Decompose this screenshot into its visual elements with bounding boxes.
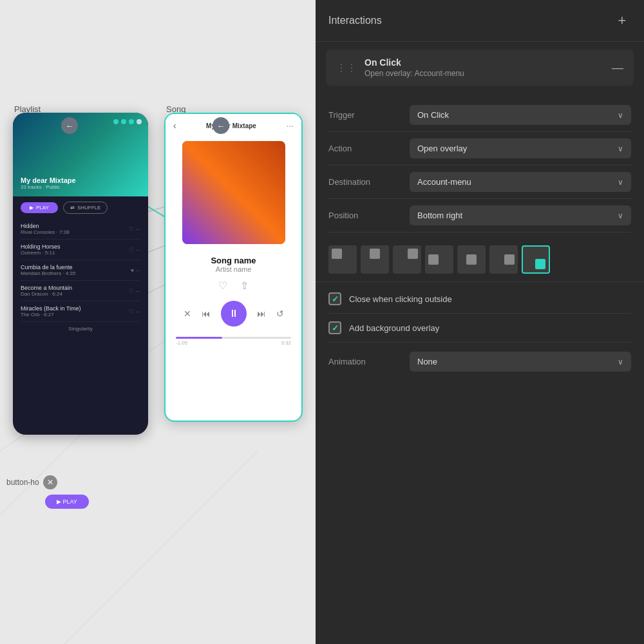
player-controls: ✕ ⏮ ⏸ ⏭ ↺ (166, 296, 301, 332)
position-row: Position Bottom right ∨ (328, 199, 631, 232)
position-value: Bottom right (417, 211, 462, 220)
position-grid-section (316, 238, 644, 282)
interactions-panel: Interactions + ⋮⋮ On Click Open overlay:… (316, 0, 644, 644)
panel-header: Interactions + (316, 0, 644, 42)
song-name: Song name (166, 256, 301, 265)
song-player-mockup: ‹ My dear Mixtape ··· Song name Artist n… (164, 113, 303, 422)
trigger-label: Trigger (328, 110, 399, 120)
interaction-card: ⋮⋮ On Click Open overlay: Account-menu — (326, 50, 634, 86)
close-outside-checkbox[interactable] (328, 292, 341, 305)
position-chevron-icon: ∨ (618, 211, 623, 220)
playlist-subtitle: 33 tracks · Public (21, 184, 76, 190)
share-icon[interactable]: ⇧ (240, 279, 249, 292)
song-back-arrow[interactable]: ← (213, 117, 229, 134)
drag-handle-icon: ⋮⋮ (336, 62, 357, 74)
action-dropdown[interactable]: Open overlay ∨ (410, 138, 631, 158)
destination-chevron-icon: ∨ (618, 178, 623, 187)
playlist-play-btn[interactable]: ▶ PLAY (21, 202, 58, 213)
add-bg-overlay-label: Add background overlay (349, 323, 439, 333)
playlist-mockup: My dear Mixtape 33 tracks · Public ▶ PLA… (13, 113, 148, 435)
interaction-trigger: On Click (365, 57, 604, 68)
pos-btn-top-right[interactable] (393, 245, 421, 274)
song-back-arrow-inner[interactable]: ‹ (173, 120, 176, 131)
destination-label: Destination (328, 177, 399, 187)
pos-btn-center[interactable] (457, 245, 486, 274)
action-chevron-icon: ∨ (618, 144, 623, 153)
animation-value: None (417, 357, 437, 366)
animation-dropdown[interactable]: None ∨ (410, 352, 631, 372)
play-pause-btn[interactable]: ⏸ (221, 301, 247, 327)
close-outside-row: Close when clicking outside (328, 285, 631, 314)
button-home-label: button-ho (6, 478, 39, 487)
next-btn[interactable]: ⏭ (257, 308, 266, 319)
action-label: Action (328, 144, 399, 153)
pos-btn-top-left[interactable] (328, 245, 357, 274)
button-home-close[interactable]: ✕ (43, 475, 57, 489)
track-item[interactable]: Miracles (Back in Time) The Orb · 6:27 ♡… (21, 301, 140, 322)
destination-dropdown[interactable]: Account-menu ∨ (410, 172, 631, 192)
checkbox-section: Close when clicking outside Add backgrou… (316, 282, 644, 345)
add-bg-overlay-checkbox[interactable] (328, 321, 341, 334)
track-item[interactable]: Holding Horses Outreem · 5:11 ♡ ··· (21, 240, 140, 260)
trigger-value: On Click (417, 110, 449, 120)
playlist-footer: Singularity (13, 322, 148, 336)
animation-row: Animation None ∨ (316, 345, 644, 378)
pos-btn-center-left[interactable] (425, 245, 453, 274)
playlist-title: My dear Mixtape (21, 176, 76, 184)
time-current: -1:05 (176, 340, 187, 346)
playlist-shuffle-btn[interactable]: ⇄ SHUFFLE (63, 202, 108, 214)
add-bg-overlay-row: Add background overlay (328, 314, 631, 343)
prev-btn[interactable]: ⏮ (202, 308, 211, 319)
shuffle-ctrl-btn[interactable]: ✕ (184, 308, 191, 319)
track-item[interactable]: Cumbia de la fuente Meridian Brothers · … (21, 260, 140, 281)
action-value: Open overlay (417, 144, 467, 153)
add-interaction-btn[interactable]: + (613, 12, 631, 30)
minimize-card-btn[interactable]: — (612, 62, 623, 73)
track-list: Hidden Rival Consoles · 7:38 ♡ ··· Holdi… (13, 219, 148, 322)
destination-row: Destination Account-menu ∨ (328, 166, 631, 199)
interaction-info: On Click Open overlay: Account-menu (365, 57, 604, 78)
button-home-badge: button-ho ✕ (6, 475, 57, 489)
animation-label: Animation (328, 357, 399, 366)
svg-line-6 (64, 451, 258, 644)
action-row: Action Open overlay ∨ (328, 132, 631, 166)
song-menu-icon[interactable]: ··· (286, 120, 294, 131)
progress-bar[interactable]: -1:05 3:32 (166, 332, 301, 351)
artist-name: Artist name (166, 265, 301, 273)
repeat-btn[interactable]: ↺ (276, 308, 284, 319)
destination-value: Account-menu (417, 177, 471, 187)
canvas-area: Playlist Song ← ← My dear Mixtape 33 tra… (0, 0, 316, 644)
close-outside-label: Close when clicking outside (349, 294, 452, 304)
track-item[interactable]: Hidden Rival Consoles · 7:38 ♡ ··· (21, 219, 140, 240)
position-grid (328, 245, 631, 274)
track-item[interactable]: Become a Mountain Dan Dracon · 6:24 ♡ ··… (21, 281, 140, 301)
position-label: Position (328, 211, 399, 220)
song-action-icons: ♡ ⇧ (166, 276, 301, 296)
playlist-back-arrow[interactable]: ← (61, 117, 78, 134)
play-bottom-btn[interactable]: ▶ PLAY (45, 495, 89, 509)
pos-btn-top-center[interactable] (361, 245, 389, 274)
panel-title: Interactions (328, 15, 382, 26)
pos-btn-center-right[interactable] (489, 245, 518, 274)
pos-btn-bottom-right[interactable] (522, 245, 550, 274)
interaction-desc: Open overlay: Account-menu (365, 69, 604, 78)
position-dropdown[interactable]: Bottom right ∨ (410, 205, 631, 225)
heart-icon[interactable]: ♡ (218, 279, 227, 292)
album-art (182, 141, 285, 244)
time-total: 3:32 (281, 340, 291, 346)
animation-chevron-icon: ∨ (618, 357, 623, 366)
trigger-dropdown[interactable]: On Click ∨ (410, 105, 631, 125)
trigger-row: Trigger On Click ∨ (328, 99, 631, 132)
properties-section: Trigger On Click ∨ Action Open overlay ∨… (316, 93, 644, 238)
trigger-chevron-icon: ∨ (618, 111, 623, 120)
